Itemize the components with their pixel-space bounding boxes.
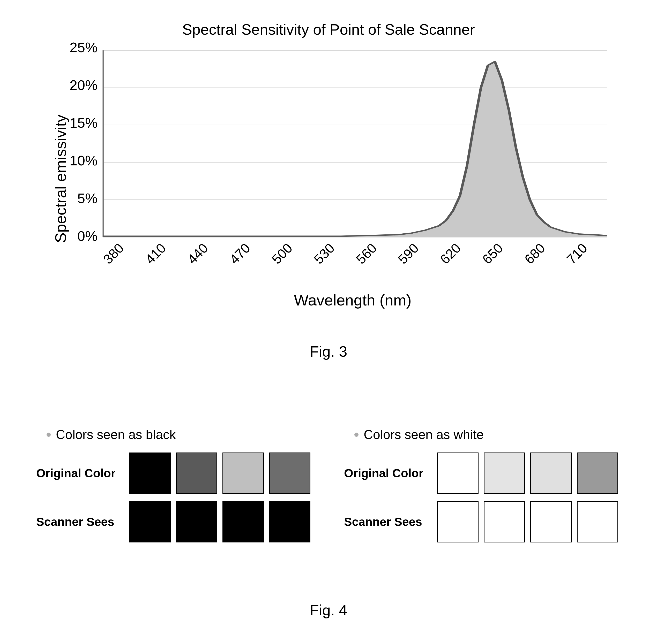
y-axis-label: Spectral emissivity [49,88,70,269]
figure-4-caption: Fig. 4 [36,601,621,619]
swatch-row-scanner-black: Scanner Sees [36,501,313,543]
color-swatch [437,501,479,543]
color-swatch [269,453,310,494]
row-label: Original Color [344,466,432,480]
bullet-icon [47,433,51,437]
x-axis-label: Wavelength (nm) [97,291,608,309]
swatch-heading-black-label: Colors seen as black [56,427,176,442]
row-label: Scanner Sees [344,515,432,529]
color-swatch [129,453,171,494]
color-swatch [530,501,572,543]
swatch-row-scanner-white: Scanner Sees [344,501,621,543]
figure-3-caption: Fig. 3 [49,343,608,360]
color-swatch [176,501,217,543]
color-swatch [222,453,264,494]
swatch-heading-white: Colors seen as white [344,427,621,442]
chart-body: Spectral emissivity 25% 20% 15% 10% 5% 0… [49,48,608,309]
x-ticks: 380 410 440 470 500 530 560 590 620 650 … [102,247,608,263]
row-label: Original Color [36,466,124,480]
color-swatch [577,501,618,543]
plot-area [102,48,608,245]
color-swatch [129,501,171,543]
y-ticks: 25% 20% 15% 10% 5% 0% [70,48,97,245]
swatch-row-original-black: Original Color [36,453,313,494]
swatch-heading-white-label: Colors seen as white [364,427,484,442]
color-swatch [269,501,310,543]
area-chart-svg [102,48,608,245]
swatch-row-original-white: Original Color [344,453,621,494]
color-swatch [437,453,479,494]
color-swatch [530,453,572,494]
swatch-heading-black: Colors seen as black [36,427,313,442]
row-label: Scanner Sees [36,515,124,529]
figure-3: Spectral Sensitivity of Point of Sale Sc… [49,21,608,360]
figure-4: Colors seen as black Original Color Scan… [36,427,621,550]
color-swatch [484,453,525,494]
chart-title: Spectral Sensitivity of Point of Sale Sc… [49,21,608,38]
swatch-block-black: Colors seen as black Original Color Scan… [36,427,313,550]
color-swatch [176,453,217,494]
color-swatch [222,501,264,543]
color-swatch [484,501,525,543]
color-swatch [577,453,618,494]
bullet-icon [354,433,358,437]
swatch-block-white: Colors seen as white Original Color Scan… [344,427,621,550]
